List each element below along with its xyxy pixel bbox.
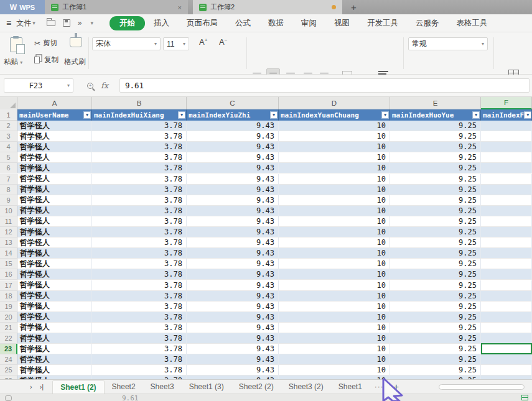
cell[interactable]: 9.43 (187, 269, 279, 280)
cell[interactable]: 哲学怪人 (17, 152, 92, 163)
add-sheet-button[interactable]: + (389, 382, 404, 392)
cell[interactable]: 9.25 (390, 269, 481, 280)
cell[interactable]: 3.78 (92, 302, 187, 312)
hamburger-icon[interactable]: ≡ (6, 18, 11, 28)
wps-logo[interactable]: W WPS (0, 0, 45, 14)
number-format-select[interactable]: 常规▾ (408, 37, 488, 50)
cell[interactable]: 9.43 (187, 365, 279, 376)
cell[interactable]: 哲学怪人 (17, 174, 92, 185)
name-box[interactable]: F23 ▾ (4, 78, 73, 93)
cell[interactable]: 9.25 (390, 131, 481, 142)
cell[interactable]: 9.43 (187, 174, 279, 185)
ribbon-tab-页面布局[interactable]: 页面布局 (178, 16, 226, 30)
cell[interactable]: 9.43 (187, 237, 279, 248)
column-header-B[interactable]: B (92, 97, 187, 109)
row-number[interactable]: 24 (0, 354, 17, 365)
cell[interactable]: 10 (279, 269, 390, 280)
row-number[interactable]: 18 (0, 291, 17, 302)
row-number[interactable]: 4 (0, 142, 17, 152)
cell[interactable]: 3.78 (92, 280, 187, 291)
sheet-tab-Sheet3[interactable]: Sheet3 (143, 380, 182, 393)
cell[interactable]: 9.43 (187, 248, 279, 259)
cell[interactable]: 10 (279, 333, 390, 344)
increase-font-button[interactable]: A+ (199, 37, 207, 47)
cell[interactable]: 9.43 (187, 291, 279, 302)
cell[interactable]: 10 (279, 152, 390, 163)
filter-dropdown-icon[interactable]: ▼ (270, 111, 278, 119)
cell[interactable]: 9.25 (390, 163, 481, 173)
cell[interactable]: 9.43 (187, 195, 279, 206)
ribbon-tab-插入[interactable]: 插入 (145, 16, 178, 30)
cell[interactable]: 哲学怪人 (17, 269, 92, 280)
cell[interactable]: 3.78 (92, 121, 187, 131)
cell[interactable]: 10 (279, 185, 390, 195)
cell[interactable] (481, 206, 532, 216)
font-name-select[interactable]: 宋体▾ (92, 37, 161, 50)
cell[interactable] (481, 174, 532, 185)
cell[interactable]: 9.43 (187, 323, 279, 333)
cell[interactable]: 10 (279, 365, 390, 376)
cell[interactable]: 3.78 (92, 291, 187, 302)
cell[interactable]: 9.25 (390, 216, 481, 227)
row-number[interactable]: 13 (0, 237, 17, 248)
cell[interactable]: 3.78 (92, 259, 187, 269)
more-sheets-button[interactable]: ··· (370, 382, 389, 391)
cell[interactable]: 哲学怪人 (17, 216, 92, 227)
cell[interactable]: 9.43 (187, 227, 279, 237)
cell[interactable]: 10 (279, 344, 390, 354)
cell[interactable] (481, 354, 532, 365)
row-number[interactable]: 11 (0, 216, 17, 227)
cell[interactable] (481, 163, 532, 173)
cell[interactable]: 9.43 (187, 206, 279, 216)
cell[interactable] (481, 248, 532, 259)
cell[interactable]: 哲学怪人 (17, 142, 92, 152)
column-header-D[interactable]: D (279, 97, 390, 109)
filter-dropdown-icon[interactable]: ▼ (472, 111, 480, 119)
cell[interactable]: 9.43 (187, 121, 279, 131)
doc-tab-workbook1[interactable]: 工作簿1 × (45, 0, 188, 14)
cell[interactable]: 哲学怪人 (17, 248, 92, 259)
cell[interactable]: 9.25 (390, 344, 481, 354)
cell[interactable]: 哲学怪人 (17, 280, 92, 291)
column-header-C[interactable]: C (187, 97, 279, 109)
cell[interactable] (481, 302, 532, 312)
cell[interactable]: 10 (279, 142, 390, 152)
cell[interactable]: 10 (279, 354, 390, 365)
cell[interactable]: 9.43 (187, 302, 279, 312)
cell[interactable]: 10 (279, 121, 390, 131)
horizontal-scrollbar[interactable] (439, 384, 525, 390)
cell[interactable] (481, 365, 532, 376)
cell[interactable] (481, 312, 532, 323)
next-sheet-icon[interactable]: › (30, 383, 32, 390)
decrease-font-button[interactable]: A− (219, 37, 227, 47)
cell[interactable]: 10 (279, 131, 390, 142)
select-all-corner[interactable] (0, 97, 17, 109)
sheet-tab-Sheet2[interactable]: Sheet2 (105, 380, 143, 393)
cell[interactable]: 3.78 (92, 312, 187, 323)
customize-qat-icon[interactable]: ▾ (90, 20, 93, 26)
row-number[interactable]: 1 (0, 109, 17, 121)
sheet-tab-Sheet1-2-[interactable]: Sheet1 (2) (52, 380, 104, 394)
fx-icon[interactable]: fx (101, 81, 108, 90)
ribbon-tab-视图[interactable]: 视图 (325, 16, 358, 30)
cell[interactable]: 10 (279, 259, 390, 269)
cell[interactable]: 9.25 (390, 248, 481, 259)
cell[interactable]: 3.78 (92, 333, 187, 344)
cell[interactable] (481, 185, 532, 195)
row-number[interactable]: 14 (0, 248, 17, 259)
row-number[interactable]: 3 (0, 131, 17, 142)
ribbon-tab-开始[interactable]: 开始 (110, 16, 145, 30)
cell[interactable] (481, 333, 532, 344)
cell[interactable]: 3.78 (92, 237, 187, 248)
cell[interactable]: 3.78 (92, 216, 187, 227)
cut-button[interactable]: ✂ 剪切 (34, 39, 58, 48)
cell[interactable]: 9.25 (390, 291, 481, 302)
row-number[interactable]: 16 (0, 269, 17, 280)
cell[interactable]: 哲学怪人 (17, 185, 92, 195)
more-commands-icon[interactable]: » (78, 19, 82, 27)
row-number[interactable]: 10 (0, 206, 17, 216)
ribbon-tab-表格工具[interactable]: 表格工具 (447, 16, 496, 30)
cell[interactable]: 3.78 (92, 163, 187, 173)
cell[interactable]: 9.43 (187, 354, 279, 365)
cell[interactable] (481, 269, 532, 280)
